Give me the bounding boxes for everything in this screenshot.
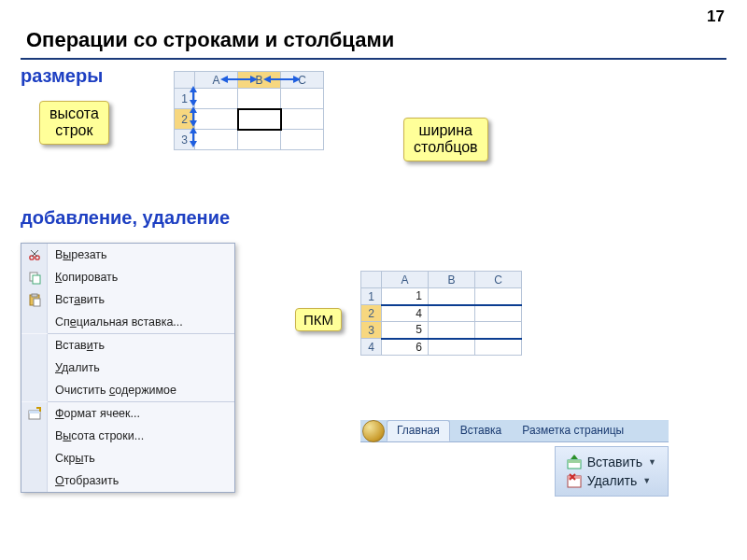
context-menu: ВырезатьКопироватьВставитьСпециальная вс…	[21, 243, 235, 493]
callout-col-width: ширина столбцов	[403, 118, 488, 161]
g2-row-4[interactable]: 4	[361, 339, 382, 356]
menu-item[interactable]: Удалить	[21, 357, 234, 379]
menu-item[interactable]: Специальная вставка...	[21, 311, 234, 333]
blank-icon	[21, 379, 48, 401]
blank-icon	[21, 311, 48, 333]
g2-row-1[interactable]: 1	[361, 288, 382, 305]
blank-icon	[21, 469, 48, 492]
svg-rect-20	[33, 275, 40, 284]
g2-row-2[interactable]: 2	[361, 305, 382, 322]
paste-icon	[21, 288, 48, 311]
menu-item[interactable]: Скрыть	[21, 447, 234, 469]
office-button-icon[interactable]	[362, 420, 385, 442]
menu-item-label: Формат ячеек...	[48, 407, 140, 420]
menu-item[interactable]: Формат ячеек...	[21, 402, 234, 425]
menu-item[interactable]: Высота строки...	[21, 425, 234, 447]
col-header-C[interactable]: C	[281, 72, 324, 89]
page-title: Операции со строками и столбцами	[26, 28, 394, 52]
menu-item-label: Скрыть	[48, 452, 95, 465]
ribbon-delete-button[interactable]: Удалить ▼	[567, 473, 656, 488]
menu-item-label: Вставить	[48, 339, 105, 352]
tab-insert[interactable]: Вставка	[450, 420, 513, 441]
menu-item-label: Очистить содержимое	[48, 384, 176, 397]
menu-item[interactable]: Очистить содержимое	[21, 379, 234, 401]
blank-icon	[21, 447, 48, 469]
menu-item-label: Удалить	[48, 361, 100, 374]
delete-row-icon	[567, 473, 582, 488]
grid-sizes-demo: A B C 1 2 3	[174, 71, 324, 150]
title-rule	[21, 58, 726, 60]
menu-item-label: Высота строки...	[48, 429, 144, 442]
svg-rect-27	[568, 460, 581, 463]
menu-item[interactable]: Вставить	[21, 288, 234, 311]
callout-row-height: высота строк	[39, 101, 109, 145]
svg-marker-28	[571, 455, 578, 459]
ribbon-cells-group: Вставить ▼ Удалить ▼	[555, 446, 669, 497]
menu-item[interactable]: Копировать	[21, 266, 234, 288]
menu-item-label: Копировать	[48, 271, 118, 284]
grid-selection-demo: A B C 1 1 2 4 3 5 4 6	[360, 271, 522, 356]
subhead-sizes: размеры	[21, 65, 103, 87]
tab-home[interactable]: Главная	[387, 420, 450, 441]
row-header-2[interactable]: 2	[175, 109, 195, 130]
g2-row-3[interactable]: 3	[361, 322, 382, 339]
callout-rmb: ПКМ	[295, 308, 342, 331]
menu-item[interactable]: Отобразить	[21, 469, 234, 492]
ribbon-tabs: Главная Вставка Разметка страницы	[360, 420, 669, 442]
ribbon-insert-button[interactable]: Вставить ▼	[567, 455, 656, 469]
row-header-1[interactable]: 1	[175, 89, 195, 109]
g2-col-A[interactable]: A	[382, 272, 429, 288]
dropdown-arrow-icon[interactable]: ▼	[648, 457, 656, 467]
menu-item-label: Вырезать	[48, 248, 107, 261]
blank-icon	[21, 425, 48, 447]
blank-icon	[21, 334, 48, 357]
blank-icon	[21, 357, 48, 379]
svg-rect-23	[34, 299, 40, 306]
menu-item-label: Отобразить	[48, 474, 119, 487]
svg-rect-22	[32, 294, 37, 297]
insert-row-icon	[567, 455, 582, 469]
dropdown-arrow-icon[interactable]: ▼	[642, 476, 651, 485]
row-header-3[interactable]: 3	[175, 130, 195, 150]
subhead-add-delete: добавление, удаление	[21, 207, 230, 229]
copy-icon	[21, 266, 48, 288]
col-header-B[interactable]: B	[238, 72, 281, 89]
col-header-A[interactable]: A	[195, 72, 238, 89]
menu-item[interactable]: Вставить	[21, 334, 234, 357]
page-number: 17	[707, 7, 725, 26]
format-icon	[21, 402, 48, 425]
menu-item-label: Вставить	[48, 293, 105, 306]
g2-col-C[interactable]: C	[475, 272, 522, 288]
ribbon: Главная Вставка Разметка страницы Встави…	[360, 420, 669, 497]
svg-rect-25	[29, 411, 40, 413]
menu-item-label: Специальная вставка...	[48, 315, 183, 329]
tab-page-layout[interactable]: Разметка страницы	[512, 420, 634, 441]
g2-col-B[interactable]: B	[429, 272, 475, 288]
active-cell[interactable]	[238, 109, 281, 130]
scissors-icon	[21, 244, 48, 266]
menu-item[interactable]: Вырезать	[21, 244, 234, 266]
